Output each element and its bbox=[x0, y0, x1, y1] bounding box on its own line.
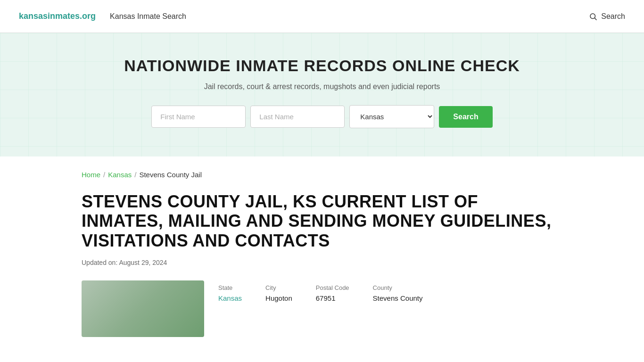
breadcrumb-sep-1: / bbox=[103, 171, 105, 179]
breadcrumb-current: Stevens County Jail bbox=[139, 171, 202, 179]
city-info: City Hugoton bbox=[265, 284, 292, 302]
main-content: Home / Kansas / Stevens County Jail STEV… bbox=[63, 156, 581, 356]
svg-line-1 bbox=[595, 18, 597, 20]
header-search-label: Search bbox=[601, 12, 625, 21]
postal-value: 67951 bbox=[316, 294, 349, 302]
state-info: State Kansas bbox=[218, 284, 242, 302]
city-label: City bbox=[265, 284, 292, 291]
facility-image bbox=[82, 280, 204, 337]
search-button[interactable]: Search bbox=[439, 106, 492, 128]
county-label: County bbox=[373, 284, 423, 291]
city-value: Hugoton bbox=[265, 294, 292, 302]
postal-label: Postal Code bbox=[316, 284, 349, 291]
updated-date: Updated on: August 29, 2024 bbox=[82, 259, 562, 266]
header-nav-link[interactable]: Kansas Inmate Search bbox=[110, 12, 186, 21]
facility-details: State Kansas City Hugoton Postal Code 67… bbox=[218, 280, 423, 302]
hero-form: KansasAlabamaAlaskaArizonaArkansasCalifo… bbox=[9, 105, 635, 128]
header: kansasinmates.org Kansas Inmate Search S… bbox=[0, 0, 644, 33]
county-info: County Stevens County bbox=[373, 284, 423, 302]
breadcrumb-state[interactable]: Kansas bbox=[108, 171, 132, 179]
svg-point-0 bbox=[590, 14, 595, 19]
search-icon bbox=[589, 12, 597, 21]
state-select[interactable]: KansasAlabamaAlaskaArizonaArkansasCalifo… bbox=[349, 105, 434, 128]
hero-banner: NATIONWIDE INMATE RECORDS ONLINE CHECK J… bbox=[0, 33, 644, 156]
breadcrumb-sep-2: / bbox=[134, 171, 136, 179]
breadcrumb: Home / Kansas / Stevens County Jail bbox=[82, 171, 562, 179]
page-title: STEVENS COUNTY JAIL, KS CURRENT LIST OF … bbox=[82, 192, 562, 250]
header-left: kansasinmates.org Kansas Inmate Search bbox=[19, 11, 186, 21]
county-value: Stevens County bbox=[373, 294, 423, 302]
first-name-input[interactable] bbox=[151, 106, 246, 128]
hero-title: NATIONWIDE INMATE RECORDS ONLINE CHECK bbox=[9, 57, 635, 75]
breadcrumb-home[interactable]: Home bbox=[82, 171, 100, 179]
info-section: State Kansas City Hugoton Postal Code 67… bbox=[82, 280, 562, 337]
state-label: State bbox=[218, 284, 242, 291]
last-name-input[interactable] bbox=[250, 106, 345, 128]
postal-info: Postal Code 67951 bbox=[316, 284, 349, 302]
header-search[interactable]: Search bbox=[589, 12, 625, 21]
state-value[interactable]: Kansas bbox=[218, 294, 242, 302]
site-logo[interactable]: kansasinmates.org bbox=[19, 11, 96, 21]
hero-subtitle: Jail records, court & arrest records, mu… bbox=[9, 82, 635, 91]
